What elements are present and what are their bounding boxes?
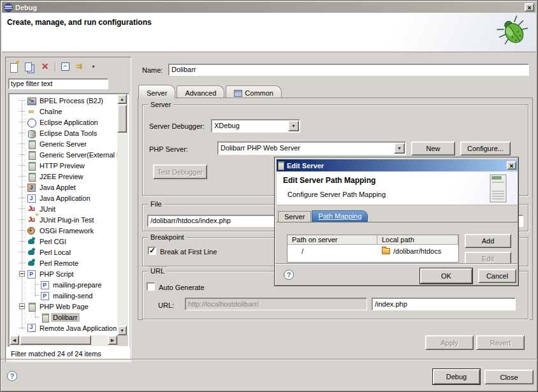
tree-vertical-scrollbar[interactable]: ▲ ▼ [117,94,128,335]
scroll-down-icon[interactable]: ▼ [117,326,127,335]
name-input[interactable]: Dolibarr [168,64,529,76]
expander-minus-icon[interactable] [19,271,25,277]
server-icon [26,161,38,170]
help-icon[interactable]: ? [7,371,17,381]
apply-button[interactable]: Apply [425,335,474,350]
duplicate-icon[interactable] [24,62,35,72]
tab-server[interactable]: Server [138,85,175,98]
tab-advanced[interactable]: Advanced [177,85,224,98]
tree-item-cha-ne[interactable]: Chaîne [10,106,117,117]
tree-item-j2ee-preview[interactable]: J2EE Preview [10,171,117,182]
eclipse-logo-icon [4,3,13,12]
perl-icon [26,259,38,268]
dialog-help-icon[interactable]: ? [284,270,294,280]
php-server-select[interactable]: Dolibarr PHP Web Server ▼ [217,142,406,155]
window-titlebar: Debug × [2,2,536,13]
server-icon [26,140,38,149]
scroll-right-icon[interactable]: ▶ [108,335,117,345]
tree-horizontal-scrollbar[interactable]: ◀ ▶ [10,335,117,346]
osgi-icon [26,226,38,235]
tree-item-java-application[interactable]: Java Application [10,192,117,203]
tree-item-perl-remote[interactable]: Perl Remote [10,258,117,268]
file-group-legend: File [148,200,164,208]
new-config-icon[interactable] [9,62,20,72]
tree-item-mailing-prepare[interactable]: mailing-prepare [10,279,117,290]
debug-window: Debug × Create, manage, and run configur… [0,0,538,392]
dialog-close-button[interactable]: × [507,161,516,170]
revert-button[interactable]: Revert [476,335,525,350]
name-label: Name: [142,66,163,74]
column-header-local-path[interactable]: Local path [377,235,458,245]
new-server-button[interactable]: New [411,142,455,156]
auto-generate-checkbox[interactable] [147,282,155,291]
break-first-line-label: Break at First Line [160,248,217,256]
add-mapping-button[interactable]: Add [465,234,511,248]
tree-item-generic-server[interactable]: Generic Server [10,138,117,149]
chevron-down-icon[interactable]: ▼ [394,143,405,154]
tree-item-label: PHP Web Page [38,302,91,311]
tree-item-label: Remote Java Application [38,324,117,333]
ok-button[interactable]: OK [420,268,472,284]
server-debugger-select[interactable]: XDebug ▼ [211,119,300,133]
chevron-down-icon[interactable]: ▼ [288,120,299,131]
tree-item-perl-local[interactable]: Perl Local [10,247,117,258]
tree-item-eclipse-data-tools[interactable]: Eclipse Data Tools [10,127,117,138]
php-server-value: Dolibarr PHP Web Server [218,142,393,154]
close-button[interactable]: Close [484,370,534,384]
tree-item-generic-server-external-la[interactable]: Generic Server(External La [10,149,117,160]
tree-item-label: PHP Script [38,270,76,279]
tree-item-label: Generic Server(External La [38,150,117,159]
tree-item-java-applet[interactable]: Java Applet [10,182,117,192]
server-icon [278,161,284,170]
horizontal-scroll-thumb[interactable] [20,335,91,345]
tree-item-label: OSGi Framework [38,226,96,235]
column-header-path-on-server[interactable]: Path on server [287,235,377,245]
tree-item-eclipse-application[interactable]: Eclipse Application [10,117,117,127]
tree-item-junit[interactable]: JUnit [10,203,117,214]
tab-common[interactable]: Common [226,85,282,98]
tree-item-osgi-framework[interactable]: OSGi Framework [10,225,117,236]
mapping-row[interactable]: //dolibarr/htdocs [287,245,458,256]
banner-title: Create, manage, and run configurations [7,18,152,27]
expander-minus-icon[interactable] [19,303,25,309]
server-icon [26,150,38,159]
window-close-button[interactable]: × [525,3,534,11]
vertical-scroll-thumb[interactable] [117,105,127,133]
dialog-tab-server[interactable]: Server [278,211,311,222]
tree-item-bpel-process-b2j[interactable]: BPEL Process (B2J) [10,95,117,106]
tree-item-php-web-page[interactable]: PHP Web Page [10,301,117,312]
tree-item-junit-plug-in-test[interactable]: JUnit Plug-in Test [10,214,117,225]
table-icon [234,90,242,97]
tree-item-remote-java-application[interactable]: →Remote Java Application [10,323,117,333]
php-icon [40,280,51,289]
filter-icon[interactable]: ⇉ [76,62,87,72]
configure-button[interactable]: Configure... [460,142,511,156]
cancel-button[interactable]: Cancel [478,269,516,283]
url-path-input[interactable]: /index.php [372,298,516,310]
filter-input[interactable]: type filter text [8,78,108,89]
tree-rows: BPEL Process (B2J)ChaîneEclipse Applicat… [10,95,117,335]
tree-item-http-preview[interactable]: HTTP Preview [10,160,117,171]
toolbar-separator [55,62,56,72]
scroll-left-icon[interactable]: ◀ [10,335,19,345]
tree-item-mailing-send[interactable]: mailing-send [10,290,117,301]
remote-java-icon: → [26,324,38,333]
server-debugger-label: Server Debugger: [149,122,205,130]
collapse-all-icon[interactable] [61,62,71,72]
chain-icon [26,107,38,116]
debug-button[interactable]: Debug [433,369,480,384]
tree-item-label: Perl Local [38,248,73,257]
dialog-header-title: Edit Server Path Mapping [283,176,375,185]
tree-item-php-script[interactable]: PHP Script [10,268,117,279]
tree-item-label: mailing-prepare [51,280,103,289]
break-first-line-checkbox[interactable] [148,247,156,255]
tree-item-label: Java Application [38,194,92,203]
tree-item-dolibarr[interactable]: Dolibarr [10,312,117,323]
menu-dropdown-icon[interactable]: ▼ [91,62,97,72]
tree-item-perl-cgi[interactable]: Perl CGI [10,236,117,247]
dialog-tab-path-mapping[interactable]: Path Mapping [312,210,368,222]
test-debugger-button[interactable]: Test Debugger [153,164,207,179]
scroll-up-icon[interactable]: ▲ [117,94,127,104]
url-group-legend: URL [148,266,167,275]
delete-icon[interactable]: ✕ [40,62,50,72]
